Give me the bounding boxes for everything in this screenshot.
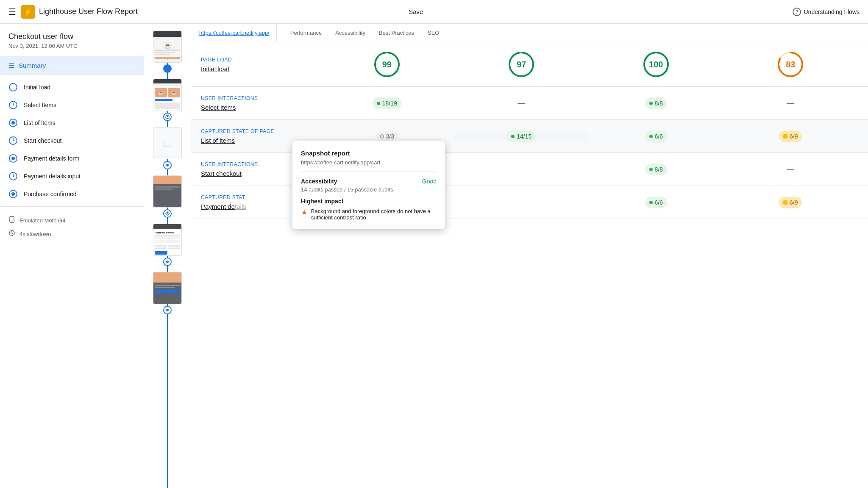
score-cell-bp-2: 8/8	[589, 97, 723, 109]
badge-value: 18/19	[382, 100, 397, 107]
sidebar-item-list-of-items[interactable]: List of items	[0, 114, 144, 132]
timeline-node-6	[163, 306, 172, 314]
green-dot-3	[511, 135, 515, 138]
sidebar-item-purchase-confirmed[interactable]: Purchase confirmed	[0, 185, 144, 203]
badge-value-5: 6/6	[655, 133, 663, 140]
green-dot	[377, 102, 380, 105]
svg-point-3	[11, 221, 12, 222]
sidebar: Checkout user flow Nov 3, 2021, 12:00 AM…	[0, 24, 144, 488]
score-cell-acc-3: 14/15	[454, 130, 589, 142]
tooltip-accessibility-section: Accessibility Good 14 audits passed / 15…	[301, 178, 437, 193]
gray-circle-icon	[380, 134, 384, 139]
sidebar-item-payment-input[interactable]: Payment details input	[0, 167, 144, 185]
score-cell-seo-3: 6/9	[723, 130, 858, 142]
section-type-1: Page load	[201, 57, 320, 63]
green-dot-2	[649, 102, 653, 105]
timeline-item-5[interactable]: Payment details	[153, 224, 182, 268]
timeline-panel: ☕ ☕	[144, 24, 191, 488]
score-cell-bp-1: 100	[589, 51, 723, 78]
score-dash-1: —	[517, 99, 525, 108]
sidebar-item-payment-form[interactable]: Payment details form	[0, 150, 144, 167]
tooltip-accessibility-status: Good	[422, 178, 437, 185]
sidebar-item-select-items[interactable]: Select Items	[0, 96, 144, 114]
menu-icon[interactable]: ☰	[8, 7, 16, 17]
badge-value-8: 6/6	[655, 199, 663, 206]
tab-accessibility[interactable]: Accessibility	[328, 24, 372, 42]
summary-nav-item[interactable]: ☰ Summary	[0, 56, 144, 75]
section-content-2: User interactions Select Items 18/19 —	[201, 95, 858, 111]
tab-best-practices[interactable]: Best Practices	[372, 24, 421, 42]
timeline-item-2[interactable]: ☕ ☕	[153, 79, 182, 123]
orange-square-icon	[783, 134, 787, 139]
score-badge-8-8-2: 8/8	[645, 164, 667, 175]
tooltip-url: https://coffee-cart.netlify.app/cart	[301, 159, 437, 172]
green-dot-5	[649, 168, 653, 171]
score-cell-bp-5: 6/6	[589, 197, 723, 208]
content-area: ☕ ☕	[144, 24, 868, 488]
sidebar-flow-info: Checkout user flow Nov 3, 2021, 12:00 AM…	[0, 24, 144, 56]
badge-value-6: 6/9	[790, 133, 798, 140]
step-label: Payment details form	[24, 155, 80, 162]
tab-performance[interactable]: Performance	[284, 24, 328, 42]
circle-icon	[8, 83, 18, 92]
summary-label: Summary	[19, 62, 46, 69]
tooltip-accessibility-label: Accessibility Good	[301, 178, 437, 185]
slowdown-label: 4x slowdown	[19, 231, 51, 237]
svg-text:⚡: ⚡	[24, 8, 32, 16]
section-info-1: Page load Initial load	[201, 57, 320, 72]
score-circle-99: 99	[373, 51, 401, 78]
timeline-item-4[interactable]	[153, 175, 182, 219]
section-name-start-checkout[interactable]: Start checkout	[201, 170, 242, 177]
orange-square-icon-2	[783, 200, 787, 205]
section-name-select-items[interactable]: Select Items	[201, 104, 236, 111]
device-label: Emulated Moto G4	[19, 217, 65, 224]
green-dot-4	[649, 135, 653, 138]
section-info-2: User interactions Select Items	[201, 95, 320, 111]
score-cell-acc-1: 97	[454, 51, 589, 78]
badge-value-7: 8/8	[655, 166, 663, 173]
section-scores-2: 18/19 — 8/8 —	[320, 97, 858, 109]
score-badge-6-9: 6/9	[779, 130, 802, 142]
section-name-initial-load[interactable]: Initial load	[201, 65, 230, 72]
understanding-flows-link[interactable]: ? Understanding Flows	[793, 8, 860, 16]
step-label: Initial load	[24, 84, 50, 91]
score-area: https://coffee-cart.netlify.app/ Perform…	[191, 24, 868, 488]
section-page-load: Page load Initial load 99	[191, 42, 868, 87]
timeline-item-3[interactable]: □	[153, 127, 182, 171]
score-badge-6-6-2: 6/6	[645, 197, 667, 208]
warning-icon: ▲	[301, 208, 308, 216]
score-value-100: 100	[649, 60, 663, 69]
score-cell-bp-3: 6/6	[589, 130, 723, 142]
section-scores-1: 99 97	[320, 51, 858, 78]
step-label: Select Items	[24, 102, 56, 108]
screenshot-thumb-5: Payment details	[153, 224, 182, 256]
green-dot-6	[649, 201, 653, 204]
logo-icon: ⚡	[21, 5, 35, 19]
tooltip-title: Snapshot report	[301, 150, 437, 157]
tooltip-impact-section: Highest impact ▲ Background and foregrou…	[301, 198, 437, 221]
timeline-node-1	[163, 64, 172, 73]
section-scores-3: 3/3 14/15 6/6	[320, 130, 858, 142]
slowdown-icon	[8, 230, 15, 238]
score-cell-perf-3: 3/3	[320, 130, 454, 142]
sidebar-item-start-checkout[interactable]: Start checkout	[0, 132, 144, 150]
score-badge-14-15: 14/15	[507, 130, 536, 142]
tab-url[interactable]: https://coffee-cart.netlify.app/	[199, 24, 277, 42]
section-user-interactions-1: User interactions Select Items 18/19 —	[191, 87, 868, 120]
save-button[interactable]: Save	[403, 6, 428, 18]
timeline-item-1[interactable]: ☕ ☕	[153, 30, 182, 75]
clock-icon	[8, 172, 18, 181]
score-cell-perf-2: 18/19	[320, 97, 454, 109]
tab-seo[interactable]: SEO	[421, 24, 446, 42]
snap-icon	[8, 154, 18, 163]
flow-date: Nov 3, 2021, 12:00 AM UTC	[8, 43, 135, 49]
section-type-3: Captured state of page	[201, 128, 320, 134]
score-cell-seo-1: 83	[723, 51, 858, 78]
clock-icon	[8, 136, 18, 145]
impact-text: Background and foreground colors do not …	[311, 208, 437, 221]
section-name-payment[interactable]: Payment details	[201, 203, 246, 210]
score-badge-8-8: 8/8	[645, 97, 667, 109]
timeline-item-6[interactable]	[153, 272, 182, 316]
section-name-list-of-items[interactable]: List of items	[201, 137, 235, 144]
sidebar-item-initial-load[interactable]: Initial load	[0, 78, 144, 96]
